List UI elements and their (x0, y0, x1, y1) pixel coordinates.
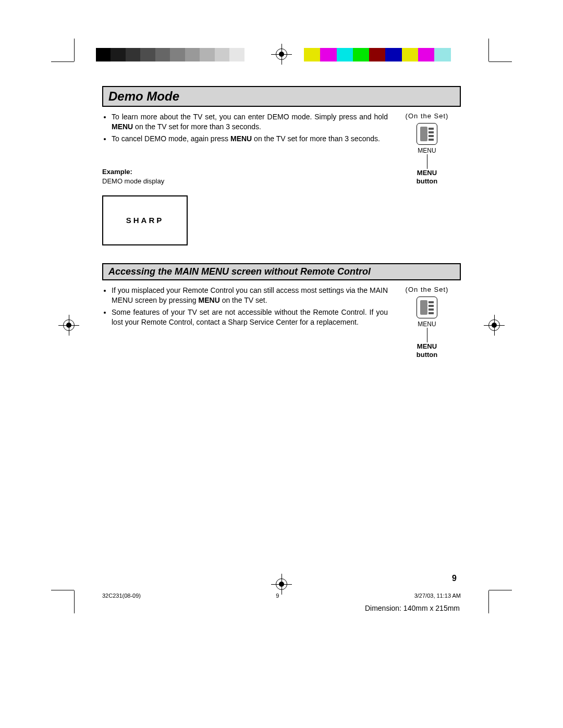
connector-line (427, 328, 427, 342)
crop-mark (74, 39, 75, 61)
crop-mark (51, 590, 74, 590)
menu-button-label: MENU button (393, 342, 461, 359)
section1-body: To learn more about the TV set, you can … (102, 112, 393, 245)
text: on the TV set for more than 3 seconds. (133, 122, 261, 131)
text-bold: button (417, 351, 437, 359)
example-desc: DEMO mode display (102, 177, 164, 185)
tv-button-diagram: (On the Set) MENU MENU button (393, 286, 461, 359)
tv-button-diagram: (On the Set) MENU MENU button (393, 112, 461, 245)
crop-mark (488, 590, 489, 613)
dimension-note: Dimension: 140mm x 215mm (365, 604, 460, 612)
footer-page: 9 (276, 593, 279, 599)
section-heading-demo: Demo Mode (102, 86, 461, 107)
text-bold: MENU (199, 296, 220, 304)
on-set-label: (On the Set) (393, 286, 461, 293)
text: To learn more about the TV set, you can … (112, 113, 388, 121)
section2-body: If you misplaced your Remote Control you… (102, 286, 393, 359)
text-bold: MENU (112, 122, 133, 131)
bullet-item: Some features of your TV set are not acc… (112, 307, 388, 327)
registration-mark-icon (274, 47, 289, 61)
sharp-logo-text: SHARP (126, 215, 164, 226)
crop-mark (51, 61, 74, 62)
sharp-logo-box: SHARP (102, 195, 188, 245)
tv-set-icon (417, 123, 437, 145)
manual-page: Demo Mode To learn more about the TV set… (102, 86, 461, 586)
menu-under-label: MENU (393, 320, 461, 328)
text-bold: MENU (417, 342, 437, 350)
tv-set-icon (417, 297, 437, 318)
text: To cancel DEMO mode, again press (112, 134, 230, 143)
page-number: 9 (452, 574, 457, 583)
crop-mark (489, 590, 512, 590)
bullet-item: If you misplaced your Remote Control you… (112, 286, 388, 305)
example-label: Example: (102, 167, 388, 177)
text-bold: button (417, 177, 437, 185)
text-bold: MENU (230, 134, 252, 143)
registration-mark-icon (62, 318, 76, 332)
registration-mark-icon (487, 318, 501, 332)
crop-mark (74, 590, 75, 613)
connector-line (427, 154, 427, 169)
crop-mark (488, 39, 489, 61)
text: on the TV set. (220, 296, 267, 304)
crop-mark (489, 61, 512, 62)
footer-info: 32C231(08-09) 9 3/27/03, 11:13 AM (102, 593, 461, 599)
section-heading-mainmenu: Accessing the MAIN MENU screen without R… (102, 263, 461, 280)
doc-id: 32C231(08-09) (102, 593, 141, 599)
text: on the TV set for more than 3 seconds. (252, 134, 380, 143)
bullet-item: To learn more about the TV set, you can … (112, 112, 388, 132)
menu-under-label: MENU (393, 147, 461, 154)
text-bold: MENU (417, 169, 437, 177)
menu-button-label: MENU button (393, 169, 461, 185)
footer-timestamp: 3/27/03, 11:13 AM (414, 593, 461, 599)
bullet-item: To cancel DEMO mode, again press MENU on… (112, 134, 388, 144)
on-set-label: (On the Set) (393, 112, 461, 120)
